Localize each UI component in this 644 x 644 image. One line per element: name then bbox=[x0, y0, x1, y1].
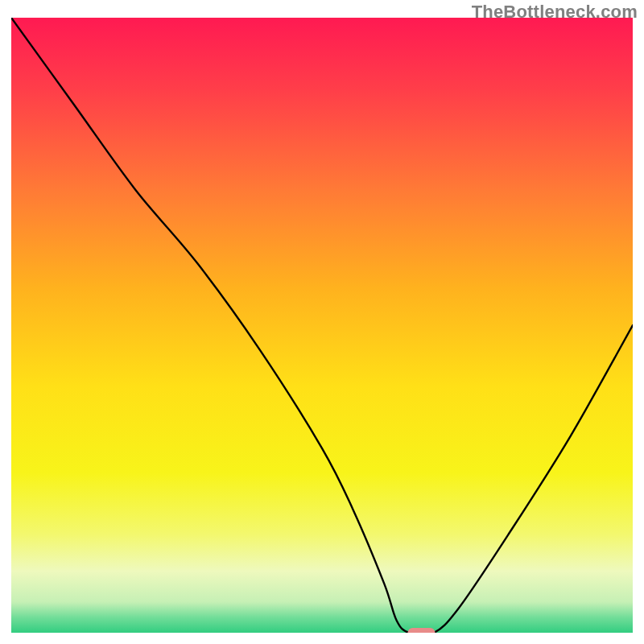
optimum-marker bbox=[408, 628, 436, 633]
plot-area bbox=[11, 18, 633, 633]
chart-svg bbox=[11, 18, 633, 633]
gradient-background bbox=[11, 18, 633, 633]
chart-container: TheBottleneck.com bbox=[0, 0, 644, 644]
